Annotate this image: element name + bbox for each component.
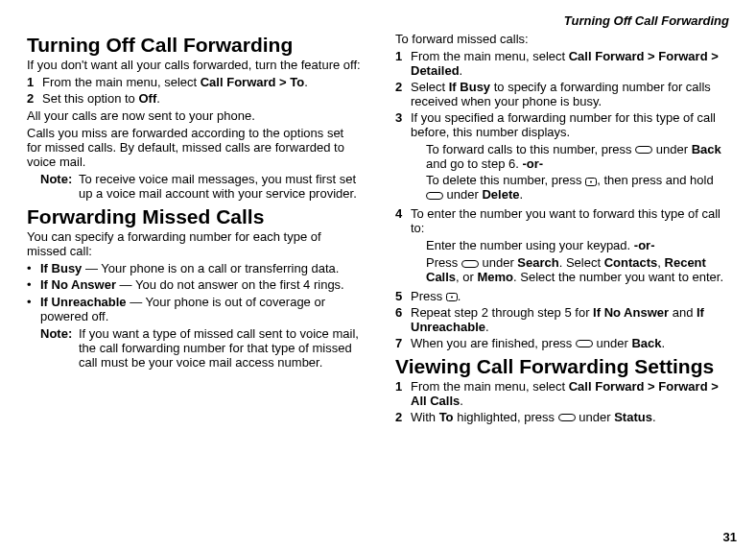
heading-forwarding-missed: Forwarding Missed Calls [27,205,361,227]
bullet-body: If No Answer — You do not answer on the … [40,278,344,293]
svg-rect-7 [576,341,592,347]
steps-view-settings: 1From the main menu, select Call Forward… [395,380,729,425]
step-body: To enter the number you want to forward … [411,207,729,288]
list-item: •If No Answer — You do not answer on the… [27,278,361,293]
step-body: When you are finished, press under Back. [411,337,729,351]
list-item: 2Select If Busy to specify a forwarding … [395,81,729,109]
steps-turn-off: 1From the main menu, select Call Forward… [27,76,361,107]
step-body: With To highlighted, press under Status. [411,411,729,425]
heading-viewing-settings: Viewing Call Forwarding Settings [395,355,729,377]
svg-rect-8 [558,415,575,421]
note-a: Note: To receive voice mail messages, yo… [40,173,361,202]
right-column: To forward missed calls: 1From the main … [395,30,729,428]
list-item: 1From the main menu, select Call Forward… [27,76,361,90]
svg-rect-3 [427,192,443,199]
note-body: To receive voice mail messages, you must… [79,173,361,202]
steps-forward-missed: 1From the main menu, select Call Forward… [395,50,729,351]
step-number: 4 [395,207,411,288]
columns: Turning Off Call Forwarding If you don't… [27,30,729,428]
list-item: 3If you specified a forwarding number fo… [395,111,729,206]
bullet-body: If Unreachable — Your phone is out of co… [40,296,361,324]
running-head: Turning Off Call Forwarding [27,13,729,28]
bullet-icon: • [27,296,40,324]
svg-rect-4 [461,260,478,267]
bullet-icon: • [27,262,40,276]
bullet-body: If Busy — Your phone is on a call or tra… [40,262,339,276]
step-body: Select If Busy to specify a forwarding n… [411,81,729,109]
step-number: 2 [27,92,42,107]
list-item: 7When you are finished, press under Back… [395,337,729,351]
step-number: 7 [395,337,411,351]
intro-b: You can specify a forwarding number for … [27,230,361,259]
para-a2: Calls you miss are forwarded according t… [27,127,361,170]
step-number: 1 [395,380,411,409]
step-number: 1 [395,50,411,79]
intro-right: To forward missed calls: [395,33,729,47]
step-sub: Press under Search. Select Contacts, Rec… [426,256,729,285]
step-body: From the main menu, select Call Forward … [411,380,729,409]
step-body: Repeat step 2 through step 5 for If No A… [411,306,729,335]
note-body: If you want a type of missed call sent t… [79,327,361,371]
svg-point-6 [451,297,453,299]
page: Turning Off Call Forwarding Turning Off … [0,0,756,550]
svg-rect-0 [636,147,652,154]
intro-a: If you don't want all your calls forward… [27,59,361,73]
list-item: 2With To highlighted, press under Status… [395,411,729,425]
step-sub: To forward calls to this number, press u… [426,143,729,172]
step-body: From the main menu, select Call Forward … [42,76,361,90]
step-sub: To delete this number, press , then pres… [426,174,729,203]
note-label: Note: [40,327,79,371]
left-column: Turning Off Call Forwarding If you don't… [27,30,361,428]
page-number: 31 [723,530,737,544]
step-number: 2 [395,411,411,425]
step-body: From the main menu, select Call Forward … [411,50,729,79]
note-label: Note: [40,173,79,202]
step-number: 1 [27,76,42,90]
list-item: 5Press . [395,290,729,304]
step-number: 5 [395,290,411,304]
bullet-icon: • [27,278,40,293]
list-item: 1From the main menu, select Call Forward… [395,50,729,79]
step-body: Press . [411,290,729,304]
missed-call-types: •If Busy — Your phone is on a call or tr… [27,262,361,325]
svg-point-2 [590,180,592,182]
list-item: •If Busy — Your phone is on a call or tr… [27,262,361,276]
para-a1: All your calls are now sent to your phon… [27,109,361,124]
list-item: 2Set this option to Off. [27,92,361,107]
step-sub: Enter the number using your keypad. -or- [426,239,729,253]
step-number: 2 [395,81,411,109]
step-body: If you specified a forwarding number for… [411,111,729,206]
step-number: 3 [395,111,411,206]
list-item: 4To enter the number you want to forward… [395,207,729,288]
list-item: •If Unreachable — Your phone is out of c… [27,296,361,324]
note-b: Note: If you want a type of missed call … [40,327,361,371]
list-item: 1From the main menu, select Call Forward… [395,380,729,409]
heading-turning-off: Turning Off Call Forwarding [27,34,361,56]
step-number: 6 [395,306,411,335]
list-item: 6Repeat step 2 through step 5 for If No … [395,306,729,335]
step-body: Set this option to Off. [42,92,361,107]
